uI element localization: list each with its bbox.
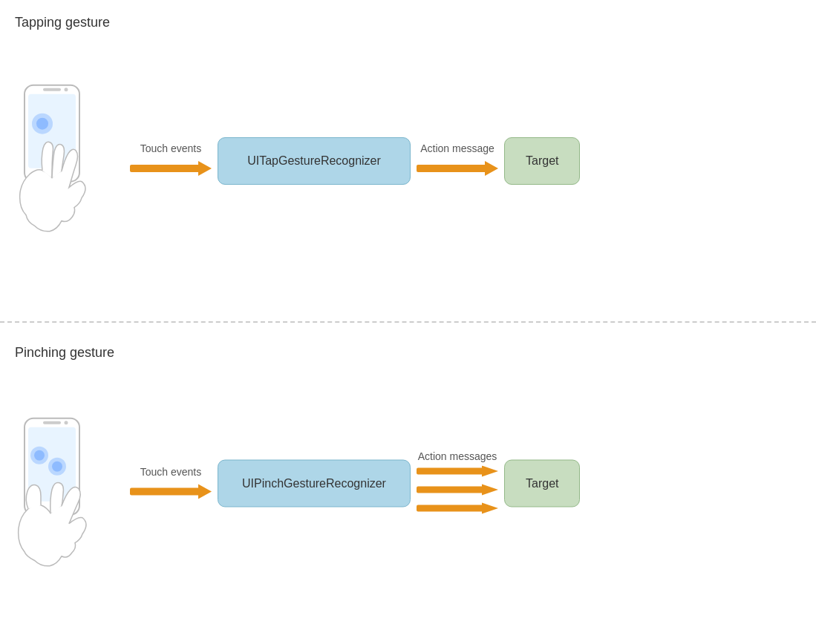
svg-rect-23 — [417, 467, 483, 474]
diagram-container: Tapping gesture — [0, 0, 816, 644]
action-arrows-svg-pinch — [417, 465, 498, 517]
pinch-recognizer-label: UIPinchGestureRecognizer — [242, 477, 386, 490]
touch-events-arrow-tap: Touch events — [130, 142, 212, 179]
tapping-section: Tapping gesture — [0, 0, 816, 321]
touch-events-label-tap: Touch events — [140, 142, 202, 154]
tap-target-box: Target — [504, 137, 580, 185]
svg-rect-14 — [43, 421, 61, 424]
svg-point-3 — [65, 88, 68, 91]
svg-point-18 — [34, 450, 45, 460]
svg-rect-2 — [43, 88, 61, 91]
action-messages-label-pinch: Action messages — [418, 450, 497, 461]
touch-events-arrow-pinch: Touch events — [130, 465, 212, 502]
svg-rect-25 — [417, 486, 483, 493]
svg-rect-21 — [130, 487, 200, 495]
svg-rect-10 — [417, 165, 487, 172]
svg-point-15 — [65, 421, 68, 424]
svg-marker-28 — [482, 502, 498, 513]
touch-events-label-pinch: Touch events — [140, 465, 202, 477]
tapping-title: Tapping gesture — [15, 15, 801, 30]
pinch-recognizer-box: UIPinchGestureRecognizer — [218, 460, 411, 507]
pinch-target-label: Target — [526, 477, 558, 490]
pinching-flow: Touch events UIPinchGestureRecognizer Ac… — [130, 450, 580, 517]
pinching-section: Pinching gesture — [0, 323, 816, 644]
svg-point-6 — [36, 117, 48, 129]
pinching-title: Pinching gesture — [15, 345, 801, 361]
tapping-flow: Touch events UITapGestureRecognizer A — [130, 137, 580, 185]
pinching-phone-svg — [4, 410, 100, 581]
pinch-target-box: Target — [504, 460, 580, 507]
tapping-phone — [4, 77, 100, 251]
pinching-phone — [4, 410, 100, 584]
svg-rect-27 — [417, 505, 483, 511]
svg-marker-26 — [482, 484, 498, 495]
svg-marker-9 — [198, 161, 212, 176]
action-messages-arrow-pinch: Action messages — [417, 450, 498, 517]
svg-marker-24 — [482, 465, 498, 476]
touch-arrow-svg-pinch — [130, 481, 212, 502]
action-message-arrow-tap: Action message — [417, 142, 498, 179]
tap-recognizer-box: UITapGestureRecognizer — [218, 137, 411, 185]
svg-marker-11 — [485, 161, 498, 176]
svg-marker-22 — [198, 484, 212, 499]
action-arrow-svg-tap — [417, 158, 498, 179]
tapping-phone-svg — [4, 77, 100, 248]
action-message-label-tap: Action message — [420, 142, 495, 154]
tap-target-label: Target — [526, 154, 558, 167]
svg-point-20 — [52, 461, 62, 471]
tap-recognizer-label: UITapGestureRecognizer — [247, 154, 381, 167]
touch-arrow-svg-tap — [130, 158, 212, 179]
svg-rect-8 — [130, 165, 200, 172]
